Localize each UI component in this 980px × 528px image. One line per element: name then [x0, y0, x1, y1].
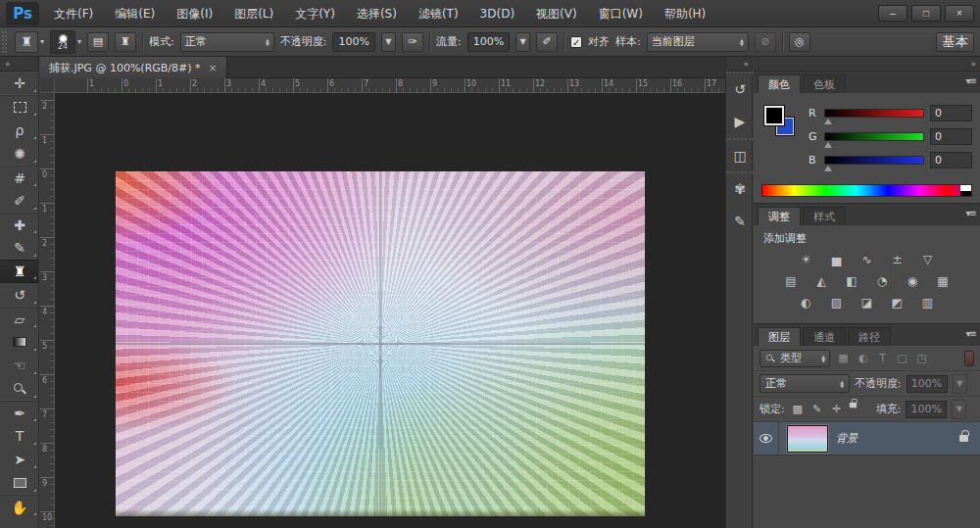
menu-item[interactable]: 窗口(W) [588, 0, 654, 27]
rectangular-marquee-tool[interactable] [0, 95, 39, 119]
channel-slider[interactable] [824, 156, 924, 165]
mode-select[interactable]: 正常 ▲▼ [180, 32, 274, 52]
layer-filter-toggle[interactable] [964, 351, 974, 366]
type-tool[interactable]: T [0, 424, 39, 448]
gradient-map-icon[interactable]: ▥ [917, 295, 939, 311]
menu-item[interactable]: 文件(F) [43, 0, 104, 27]
adjustments-tab[interactable]: 样式 [803, 207, 846, 225]
panel-menu-icon[interactable]: ▾≡ [966, 328, 975, 339]
slider-thumb-icon[interactable] [824, 119, 832, 124]
adjustments-tab[interactable]: 调整 [758, 207, 801, 225]
crop-tool[interactable]: # [0, 166, 39, 189]
layer-filter-type-select[interactable]: 类型 ▲▼ [760, 350, 830, 367]
menu-item[interactable]: 帮助(H) [654, 0, 716, 27]
lock-position-icon[interactable]: ✛ [829, 402, 845, 417]
layer-visibility-toggle[interactable] [754, 422, 779, 456]
panel-menu-icon[interactable]: ▾≡ [966, 75, 975, 86]
layer-thumbnail[interactable] [787, 425, 828, 453]
brush-tool[interactable]: ✎ [0, 236, 39, 260]
canvas-pasteboard[interactable] [55, 93, 725, 528]
fill-dropdown-icon[interactable]: ▼ [952, 400, 966, 419]
slider-thumb-icon[interactable] [824, 142, 832, 148]
menu-item[interactable]: 视图(V) [525, 0, 588, 27]
properties-panel-icon[interactable]: ◫ [726, 138, 754, 171]
filter-pixel-layers-icon[interactable]: ▦ [835, 351, 852, 366]
layers-tab[interactable]: 路径 [848, 327, 891, 346]
align-checkbox[interactable]: ✓ [570, 36, 582, 48]
document-image[interactable] [116, 171, 645, 516]
lock-image-pixels-icon[interactable]: ✎ [809, 402, 825, 417]
opacity-dropdown-icon[interactable]: ▼ [381, 32, 396, 52]
exposure-icon[interactable]: ± [887, 252, 908, 267]
posterize-icon[interactable]: ▨ [826, 295, 848, 311]
maximize-button[interactable]: □ [911, 5, 941, 22]
smudge-tool[interactable]: ☜ [0, 354, 39, 377]
lock-all-icon[interactable] [850, 402, 857, 408]
filter-shape-layers-icon[interactable]: ▢ [894, 351, 910, 366]
quick-selection-tool[interactable]: ✺ [0, 142, 39, 166]
lock-transparent-pixels-icon[interactable]: ▩ [790, 402, 806, 417]
brightness-contrast-icon[interactable]: ☀ [796, 252, 817, 267]
menu-item[interactable]: 3D(D) [469, 0, 525, 27]
panel-menu-icon[interactable]: ▾≡ [966, 208, 975, 218]
brush-presets-panel-icon[interactable]: ✾ [726, 171, 754, 205]
vibrance-icon[interactable]: ▽ [917, 252, 939, 267]
channel-value[interactable]: 0 [930, 128, 972, 145]
channel-slider[interactable] [824, 132, 924, 141]
hue-saturation-icon[interactable]: ▤ [780, 273, 802, 289]
airbrush-icon[interactable]: ✐ [536, 32, 558, 52]
menu-item[interactable]: 图层(L) [223, 0, 284, 27]
eyedropper-tool[interactable]: ✐ [0, 189, 39, 213]
spot-healing-brush-tool[interactable]: ✚ [0, 213, 39, 236]
levels-icon[interactable]: ▅ [826, 252, 848, 267]
curves-icon[interactable]: ∿ [857, 252, 878, 267]
layers-tab[interactable]: 图层 [758, 327, 801, 346]
photo-filter-icon[interactable]: ◔ [871, 273, 893, 289]
document-tab[interactable]: 捕获.JPG @ 100%(RGB/8#) * × [40, 57, 227, 78]
history-panel-icon[interactable]: ↺ [726, 72, 754, 105]
dock-expand-icon[interactable]: « [726, 57, 752, 72]
history-brush-tool[interactable]: ↺ [0, 283, 39, 307]
lasso-tool[interactable]: ρ [0, 119, 39, 142]
menu-item[interactable]: 编辑(E) [104, 0, 166, 27]
menu-item[interactable]: 文字(Y) [284, 0, 346, 27]
pen-tool[interactable]: ✒ [0, 401, 39, 424]
sample-select[interactable]: 当前图层 ▲▼ [647, 32, 749, 52]
gradient-tool[interactable] [0, 330, 39, 354]
options-bar-grip[interactable] [2, 31, 7, 53]
hand-tool[interactable]: ✋ [0, 495, 39, 518]
workspace-switcher-button[interactable]: 基本 [936, 32, 974, 52]
close-button[interactable]: × [945, 5, 974, 22]
menu-item[interactable]: 图像(I) [166, 0, 223, 27]
vertical-ruler[interactable]: 21012345678910 [40, 93, 55, 528]
slider-thumb-icon[interactable] [824, 166, 832, 171]
tablet-pressure-opacity-icon[interactable]: ✑ [402, 32, 423, 52]
channel-value[interactable]: 0 [930, 152, 972, 168]
black-white-icon[interactable]: ◧ [841, 273, 862, 289]
tool-preset-picker[interactable]: ♜ ▾ [15, 31, 44, 53]
filter-adjustment-layers-icon[interactable]: ◐ [855, 351, 871, 366]
toggle-clone-source-panel-icon[interactable]: ♜ [115, 32, 136, 52]
flow-dropdown-icon[interactable]: ▼ [515, 32, 530, 52]
layer-opacity-dropdown-icon[interactable]: ▼ [953, 374, 967, 394]
flow-value[interactable]: 100% [467, 32, 510, 52]
tool-presets-panel-icon[interactable]: ✎ [726, 205, 754, 238]
ignore-adjustment-layers-icon[interactable]: ⊘ [755, 32, 776, 52]
layers-tab[interactable]: 通道 [803, 327, 846, 346]
document-tab-close-icon[interactable]: × [209, 62, 218, 74]
clone-stamp-tool[interactable]: ♜ [0, 260, 39, 283]
menu-item[interactable]: 滤镜(T) [408, 0, 469, 27]
eraser-tool[interactable]: ▱ [0, 307, 39, 330]
tablet-pressure-size-icon[interactable]: ◎ [789, 32, 810, 52]
rectangle-tool[interactable] [0, 471, 39, 495]
channel-slider[interactable] [824, 109, 924, 118]
color-balance-icon[interactable]: ◭ [810, 273, 832, 289]
color-lookup-icon[interactable]: ▦ [932, 273, 954, 289]
color-tab[interactable]: 颜色 [758, 74, 801, 93]
minimize-button[interactable]: – [878, 5, 907, 22]
channel-value[interactable]: 0 [930, 105, 972, 121]
dodge-tool[interactable] [0, 377, 39, 401]
channel-mixer-icon[interactable]: ◉ [902, 273, 923, 289]
horizontal-ruler[interactable]: 101234567891011121314151617 [55, 78, 725, 93]
foreground-background-swatches[interactable] [763, 105, 797, 138]
